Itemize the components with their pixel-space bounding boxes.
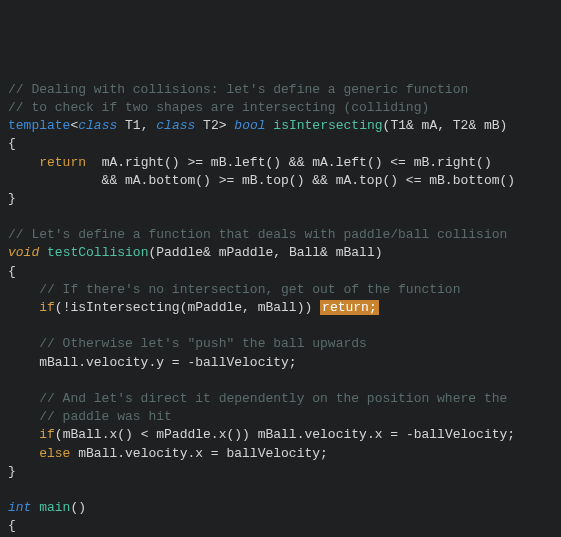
- keyword-int: int: [8, 500, 31, 515]
- statement: mBall.velocity.y = -ballVelocity;: [8, 355, 297, 370]
- comment: // And let's direct it dependently on th…: [8, 391, 507, 406]
- keyword-template: template: [8, 118, 70, 133]
- space: [39, 245, 47, 260]
- function-name: isIntersecting: [273, 118, 382, 133]
- comment: // Let's define a function that deals wi…: [8, 227, 507, 242]
- params: (): [70, 500, 86, 515]
- keyword-void: void: [8, 245, 39, 260]
- code-line: && mA.bottom() >= mB.top() && mA.top() <…: [8, 172, 553, 190]
- keyword-if: if: [39, 300, 55, 315]
- keyword-class: class: [156, 118, 195, 133]
- code-line: [8, 372, 553, 390]
- space: [195, 118, 203, 133]
- code-line: // If there's no intersection, get out o…: [8, 281, 553, 299]
- code-line: // Dealing with collisions: let's define…: [8, 81, 553, 99]
- comment: // paddle was hit: [8, 409, 172, 424]
- code-line: else mBall.velocity.x = ballVelocity;: [8, 445, 553, 463]
- code-line: if(mBall.x() < mPaddle.x()) mBall.veloci…: [8, 426, 553, 444]
- brace: {: [8, 136, 16, 151]
- punct: ,: [141, 118, 157, 133]
- code-line: }: [8, 463, 553, 481]
- brace: {: [8, 518, 16, 533]
- keyword-return: return: [39, 155, 86, 170]
- code-line: [8, 317, 553, 335]
- code-line: {: [8, 135, 553, 153]
- type-param: T1: [125, 118, 141, 133]
- code-line: [8, 208, 553, 226]
- code-line: {: [8, 263, 553, 281]
- code-line: template<class T1, class T2> bool isInte…: [8, 117, 553, 135]
- params: (Paddle& mPaddle, Ball& mBall): [148, 245, 382, 260]
- keyword-else: else: [39, 446, 70, 461]
- keyword-if: if: [39, 427, 55, 442]
- code-line: {: [8, 517, 553, 535]
- brace: {: [8, 264, 16, 279]
- comment: // to check if two shapes are intersecti…: [8, 100, 429, 115]
- code-line: [8, 481, 553, 499]
- code-line: mBall.velocity.y = -ballVelocity;: [8, 354, 553, 372]
- expression: mA.right() >= mB.left() && mA.left() <= …: [86, 155, 492, 170]
- punct: >: [219, 118, 235, 133]
- params: (T1& mA, T2& mB): [383, 118, 508, 133]
- type-param: T2: [203, 118, 219, 133]
- code-line: int main(): [8, 499, 553, 517]
- code-line: return mA.right() >= mB.left() && mA.lef…: [8, 154, 553, 172]
- code-line: // Otherwise let's "push" the ball upwar…: [8, 335, 553, 353]
- space: [117, 118, 125, 133]
- condition: (!isIntersecting(mPaddle, mBall)): [55, 300, 320, 315]
- code-line: // And let's direct it dependently on th…: [8, 390, 553, 408]
- brace: }: [8, 191, 16, 206]
- expression: && mA.bottom() >= mB.top() && mA.top() <…: [8, 173, 515, 188]
- statement: (mBall.x() < mPaddle.x()) mBall.velocity…: [55, 427, 515, 442]
- highlighted-return: return;: [320, 300, 379, 315]
- code-line: // paddle was hit: [8, 408, 553, 426]
- comment: // Dealing with collisions: let's define…: [8, 82, 468, 97]
- code-line: }: [8, 190, 553, 208]
- statement: mBall.velocity.x = ballVelocity;: [70, 446, 327, 461]
- code-line: // to check if two shapes are intersecti…: [8, 99, 553, 117]
- keyword-bool: bool: [234, 118, 265, 133]
- code-line: // Let's define a function that deals wi…: [8, 226, 553, 244]
- function-name: testCollision: [47, 245, 148, 260]
- function-name: main: [39, 500, 70, 515]
- code-editor[interactable]: // Dealing with collisions: let's define…: [8, 81, 553, 537]
- code-line: if(!isIntersecting(mPaddle, mBall)) retu…: [8, 299, 553, 317]
- code-line: void testCollision(Paddle& mPaddle, Ball…: [8, 244, 553, 262]
- comment: // If there's no intersection, get out o…: [8, 282, 460, 297]
- comment: // Otherwise let's "push" the ball upwar…: [8, 336, 367, 351]
- brace: }: [8, 464, 16, 479]
- keyword-class: class: [78, 118, 117, 133]
